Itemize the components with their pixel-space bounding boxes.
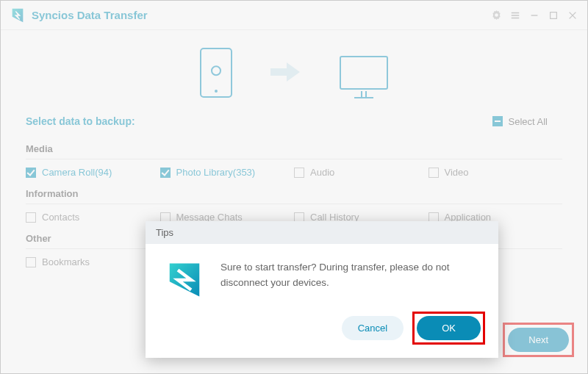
dialog-logo-icon <box>165 260 204 300</box>
ok-highlight: OK <box>412 312 485 345</box>
cancel-button[interactable]: Cancel <box>342 316 404 340</box>
dialog-title: Tips <box>146 221 498 244</box>
dialog-footer: Cancel OK <box>146 312 498 358</box>
dialog-body: Sure to start transfer? During transfer,… <box>146 244 498 312</box>
tips-dialog: Tips Sure to start transfer? During tran… <box>146 221 498 358</box>
app-window: Syncios Data Transfer Select data to bac… <box>0 0 588 374</box>
ok-button[interactable]: OK <box>417 316 481 340</box>
dialog-message: Sure to start transfer? During transfer,… <box>220 260 479 300</box>
